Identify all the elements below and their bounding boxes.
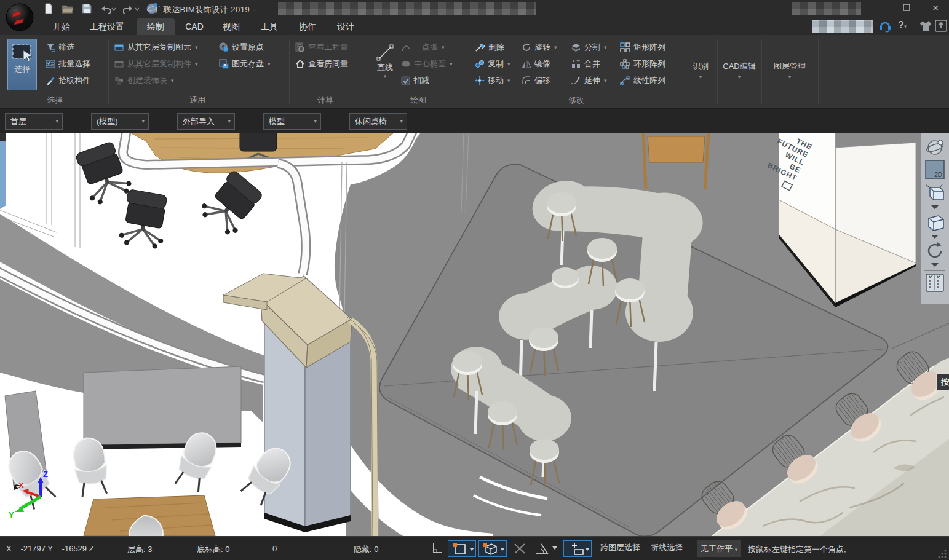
tab-start[interactable]: 开始 — [44, 18, 79, 35]
2d-view-icon[interactable]: 2D — [924, 159, 945, 180]
deduct-checkbox[interactable]: 扣减 — [401, 73, 429, 88]
move-button[interactable]: 移动▾ — [475, 73, 510, 88]
ortho-mode-icon[interactable] — [431, 540, 444, 557]
copy-button[interactable]: 复制▾ — [475, 57, 510, 71]
copy-element-other-layer-button[interactable]: 从其它层复制图元▾ — [114, 40, 198, 55]
view-quantity-button[interactable]: 查看工程量 — [295, 40, 348, 55]
value-zero: 0 — [272, 544, 277, 553]
tab-collab[interactable]: 协作 — [290, 18, 325, 35]
create-block-icon — [114, 76, 124, 85]
status-bar: X = -21797 Y = -16529 Z = 层高: 3 底标高: 0 0… — [0, 536, 949, 560]
disabled-snap-icon[interactable] — [510, 540, 529, 557]
create-block-button[interactable]: 创建装饰块▾ — [114, 73, 174, 88]
viewport-3d-scene: THE FUTURE WILL BE BRIGHT — [0, 133, 949, 536]
open-file-icon[interactable] — [62, 3, 74, 14]
group-label-select: 选择 — [6, 95, 103, 106]
close-button[interactable]: ✕ — [922, 0, 949, 16]
share-upload-icon[interactable] — [935, 20, 947, 32]
line-array-button[interactable]: 线性阵列 — [620, 73, 665, 88]
ring-array-button[interactable]: 环形阵列 — [620, 57, 665, 71]
extend-button[interactable]: 延伸▾ — [571, 73, 607, 88]
rotate-icon — [522, 42, 531, 52]
tab-project-settings[interactable]: 工程设置 — [80, 18, 134, 35]
group-label-modify: 修改 — [475, 95, 678, 106]
batch-select-button[interactable]: 批量选择 — [46, 57, 90, 71]
filter-button[interactable]: 筛选 — [46, 40, 74, 55]
theme-skin-icon[interactable] — [919, 20, 932, 32]
pick-component-button[interactable]: 拾取构件 — [46, 73, 90, 88]
source-selector[interactable]: 外部导入▾ — [177, 113, 235, 130]
resize-grip[interactable] — [937, 549, 947, 559]
view-cube-mode-button[interactable] — [478, 540, 507, 557]
axis-x-label: X — [18, 481, 24, 490]
tab-cad[interactable]: CAD — [177, 18, 212, 35]
app-logo[interactable] — [5, 2, 34, 33]
angle-snap-icon[interactable] — [533, 540, 560, 557]
support-headset-icon[interactable] — [878, 19, 892, 33]
glass-panel — [0, 141, 6, 209]
cross-layer-select-button[interactable]: 跨图层选择 — [600, 542, 640, 553]
view-quantity-icon — [295, 42, 305, 52]
cube-view-icon[interactable] — [924, 211, 946, 233]
three-point-arc-button[interactable]: 三点弧▾ — [401, 40, 445, 55]
set-origin-icon — [219, 42, 229, 52]
orbit-icon[interactable] — [924, 137, 945, 158]
cad-edit-button[interactable]: CAD编辑▾ — [720, 39, 759, 101]
rotate-button[interactable]: 旋转▾ — [522, 40, 557, 55]
save-element-icon — [219, 59, 229, 69]
batch-select-icon — [46, 59, 55, 69]
model-selector[interactable]: (模型)▾ — [91, 113, 149, 130]
line-tool-button[interactable]: 直线▾ — [370, 39, 400, 90]
display-settings-icon[interactable] — [924, 273, 945, 293]
select-icon — [11, 43, 33, 64]
delete-button[interactable]: 删除 — [475, 40, 504, 55]
caret-down-icon[interactable] — [931, 234, 939, 239]
copy-component-other-layer-button[interactable]: 从其它层复制构件▾ — [114, 57, 198, 71]
rect-select-mode-button[interactable] — [448, 540, 476, 557]
merge-button[interactable]: 合并 — [571, 57, 600, 71]
axis-y-label: Y — [9, 510, 14, 519]
workplane-button[interactable]: 无工作平 ▾ — [697, 540, 741, 557]
base-elevation-display: 底标高: 0 — [197, 544, 229, 555]
redo-icon[interactable] — [123, 3, 139, 14]
caret-down-icon[interactable] — [931, 205, 939, 210]
center-ellipse-button[interactable]: 中心椭圆▾ — [401, 57, 453, 71]
save-element-button[interactable]: 图元存盘▾ — [219, 57, 271, 71]
polyline-select-button[interactable]: 折线选择 — [651, 542, 683, 553]
tracking-mode-button[interactable] — [563, 540, 592, 557]
split-button[interactable]: 分割▾ — [571, 40, 607, 55]
undo-icon[interactable] — [100, 3, 116, 14]
coordinates-display: X = -21797 Y = -16529 Z = — [6, 544, 101, 553]
set-origin-button[interactable]: 设置原点 — [219, 40, 264, 55]
group-label-draw: 绘图 — [369, 95, 467, 106]
mirror-button[interactable]: 镜像 — [522, 57, 550, 71]
view-room-button[interactable]: 查看房间量 — [295, 57, 348, 71]
split-icon — [571, 42, 581, 52]
tab-view[interactable]: 视图 — [214, 18, 248, 35]
censored-user-info — [812, 20, 873, 33]
maximize-button[interactable] — [893, 0, 920, 16]
save-icon[interactable] — [81, 3, 92, 14]
tab-draw[interactable]: 绘制 — [137, 18, 175, 35]
minimize-button[interactable]: – — [866, 0, 893, 16]
view-selector-bar: 首层▾ (模型)▾ 外部导入▾ 模型▾ 休闲桌椅▾ — [0, 108, 949, 133]
ribbon-tab-row: 开始 工程设置 绘制 CAD 视图 工具 协作 设计 ?▾ — [0, 17, 949, 35]
offset-button[interactable]: 偏移 — [522, 73, 550, 88]
recognize-button[interactable]: 识别▾ — [685, 39, 716, 101]
new-file-icon[interactable] — [43, 3, 54, 14]
ribbon: 选择 筛选 批量选择 拾取构件 选择 从其它层复制图元▾ 从其它层复制构件▾ 创… — [0, 35, 949, 108]
category-selector[interactable]: 休闲桌椅▾ — [349, 113, 407, 130]
help-button[interactable]: ?▾ — [898, 20, 907, 31]
iso-view-icon[interactable] — [924, 181, 946, 203]
layer-manage-button[interactable]: 图层管理▾ — [764, 39, 816, 101]
model-type-selector[interactable]: 模型▾ — [263, 113, 321, 130]
tab-tools[interactable]: 工具 — [252, 18, 287, 35]
caret-down-icon[interactable] — [931, 262, 939, 267]
tab-design[interactable]: 设计 — [328, 18, 363, 35]
select-tool-button[interactable]: 选择 — [7, 39, 37, 90]
rect-array-button[interactable]: 矩形阵列 — [620, 40, 665, 55]
rotate-view-icon[interactable] — [924, 240, 945, 261]
line-array-icon — [620, 76, 630, 85]
floor-selector[interactable]: 首层▾ — [5, 113, 63, 130]
viewport-3d[interactable]: THE FUTURE WILL BE BRIGHT — [0, 133, 949, 536]
